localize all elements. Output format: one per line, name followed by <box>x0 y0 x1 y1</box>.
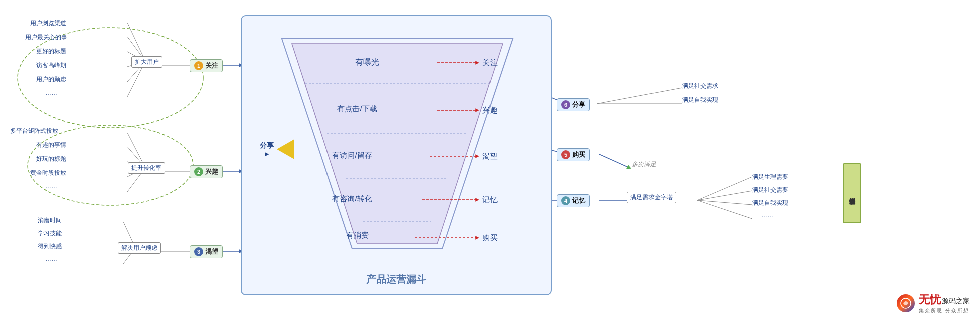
multiple-satisfy: 多次满足 <box>632 160 656 169</box>
leaf-title: 更好的标题 <box>36 47 66 56</box>
leaf-dots1: …… <box>45 89 57 96</box>
leaf-social-need: 满足社交需求 <box>682 82 718 90</box>
leaf-pleasure: 得到快感 <box>38 242 62 251</box>
yellow-arrow <box>277 139 294 159</box>
node-4-memory: 4 记忆 <box>557 194 590 207</box>
svg-text:兴趣: 兴趣 <box>482 106 498 114</box>
logo-main: 无忧 <box>919 292 941 307</box>
svg-text:有消费: 有消费 <box>346 231 369 239</box>
satisfy-needs-branch: 满足需求金字塔 <box>627 192 676 203</box>
svg-line-34 <box>697 191 752 200</box>
share-box: 分享 ▶ <box>260 139 294 159</box>
logo-brand: 源码之家 <box>942 297 970 306</box>
leaf-learn: 学习技能 <box>38 229 62 238</box>
node-3-desire: 3 渴望 <box>190 245 223 258</box>
solve-concerns-branch: 解决用户顾虑 <box>118 242 161 254</box>
num-2: 2 <box>194 167 203 176</box>
svg-text:记忆: 记忆 <box>482 195 498 204</box>
funnel-svg: 有曝光 有点击/下载 有访问/留存 有咨询/转化 有消费 关注 兴趣 渴望 记忆… <box>252 26 543 276</box>
svg-text:有点击/下载: 有点击/下载 <box>337 104 377 113</box>
leaf-concern: 用户的顾虑 <box>36 75 66 84</box>
node-4-label: 记忆 <box>572 196 585 205</box>
svg-marker-38 <box>292 44 503 244</box>
svg-line-29 <box>597 88 682 104</box>
svg-text:有咨询/转化: 有咨询/转化 <box>332 194 372 203</box>
expand-user-branch: 扩大用户 <box>131 56 162 68</box>
num-3: 3 <box>194 247 203 256</box>
leaf-peak: 访客高峰期 <box>36 61 66 70</box>
svg-text:关注: 关注 <box>482 58 498 67</box>
share-label: 分享 <box>260 141 274 151</box>
logo-sub: 集众所思 分众所想 <box>919 307 970 314</box>
improve-conversion-branch: 提升转化率 <box>128 162 165 174</box>
leaf-dots2: …… <box>45 183 57 190</box>
node-6-label: 分享 <box>572 100 585 109</box>
svg-line-36 <box>697 200 752 219</box>
logo-area: 无忧 源码之家 集众所思 分众所想 <box>897 292 970 314</box>
svg-line-32 <box>599 154 629 168</box>
bracket-box: 需求金字塔 的奇数层 <box>843 163 861 223</box>
leaf-physical: 满足生理需要 <box>752 173 788 181</box>
logo-text-area: 无忧 源码之家 集众所思 分众所想 <box>919 292 970 314</box>
svg-point-1 <box>28 125 193 205</box>
node-5-buy: 5 购买 <box>557 148 590 161</box>
svg-text:购买: 购买 <box>482 233 498 242</box>
logo-icon <box>897 294 915 312</box>
svg-text:有访问/留存: 有访问/留存 <box>332 151 372 159</box>
svg-text:有曝光: 有曝光 <box>355 58 379 66</box>
svg-line-35 <box>697 200 752 205</box>
leaf-browse: 用户浏览渠道 <box>30 19 66 28</box>
leaf-self-realize: 满足自我实现 <box>682 96 718 104</box>
leaf-waste-time: 消磨时间 <box>38 216 62 225</box>
node-5-label: 购买 <box>572 150 585 159</box>
num-1: 1 <box>194 61 203 70</box>
funnel-title: 产品运营漏斗 <box>366 273 426 286</box>
leaf-self-realize2: 满足自我实现 <box>752 199 788 207</box>
leaf-prime-time: 黄金时段投放 <box>30 169 66 177</box>
num-5: 5 <box>561 150 570 159</box>
node-2-label: 兴趣 <box>205 167 218 176</box>
node-3-label: 渴望 <box>205 247 218 256</box>
main-container: 有曝光 有点击/下载 有访问/留存 有咨询/转化 有消费 关注 兴趣 渴望 记忆… <box>0 0 980 322</box>
share-arrow-label: ▶ <box>265 150 269 158</box>
num-4: 4 <box>561 196 570 205</box>
share-text: 分享 ▶ <box>260 141 274 158</box>
node-2-interest: 2 兴趣 <box>190 165 223 178</box>
num-6: 6 <box>561 100 570 109</box>
leaf-fun-title: 好玩的标题 <box>36 155 66 163</box>
node-1-label: 关注 <box>205 61 218 70</box>
leaf-interesting: 有趣的事情 <box>36 141 66 149</box>
leaf-dots3: …… <box>45 255 57 262</box>
node-6-share: 6 分享 <box>557 98 590 111</box>
svg-line-33 <box>697 177 752 200</box>
leaf-dots4: …… <box>761 212 773 219</box>
svg-text:渴望: 渴望 <box>482 152 498 160</box>
leaf-multi-platform: 多平台矩阵式投放 <box>10 127 58 135</box>
leaf-social2: 满足社交需要 <box>752 186 788 194</box>
node-1-attention: 1 关注 <box>190 59 223 72</box>
svg-line-4 <box>127 23 145 61</box>
leaf-care: 用户最关心的事 <box>25 33 67 42</box>
